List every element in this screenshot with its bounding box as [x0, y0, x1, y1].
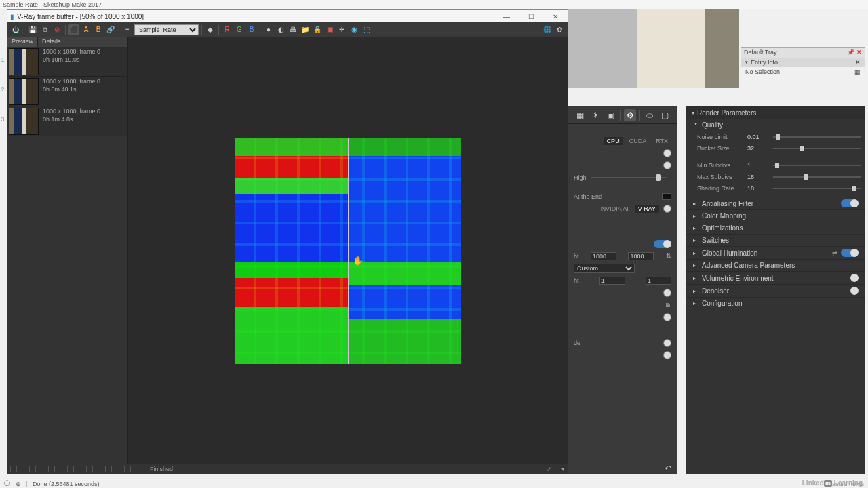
channel-dropdown[interactable]: Sample_Rate: [134, 24, 199, 35]
rgb-icon[interactable]: ◆: [205, 24, 216, 35]
undo-icon[interactable]: ↶: [665, 464, 671, 473]
channel-a-icon[interactable]: A: [81, 24, 92, 35]
expand-icon[interactable]: ⤢: [547, 466, 552, 472]
min-subdivs-value[interactable]: 1: [747, 162, 769, 169]
minimize-button[interactable]: —: [497, 13, 516, 20]
configuration-section[interactable]: ▸Configuration: [686, 297, 865, 309]
power-icon[interactable]: ⏻: [10, 24, 21, 35]
width-input[interactable]: [591, 252, 616, 260]
chevron-down-icon[interactable]: ▾: [561, 466, 565, 472]
shading-rate-value[interactable]: 18: [747, 185, 769, 192]
clamp-icon[interactable]: ◐: [275, 24, 286, 35]
height-input[interactable]: [628, 252, 654, 260]
sketchup-viewport[interactable]: [568, 9, 739, 88]
mono-icon[interactable]: ●: [263, 24, 274, 35]
preset-select[interactable]: Custom: [574, 264, 635, 273]
info-icon[interactable]: ⓘ: [4, 479, 10, 488]
file-icon[interactable]: 🗎: [665, 302, 671, 308]
ratio-a-input[interactable]: [599, 277, 625, 285]
nvidia-ai-button[interactable]: NVIDIA AI: [598, 205, 632, 213]
ve-toggle[interactable]: [850, 274, 859, 282]
toggle-dot[interactable]: [663, 149, 671, 157]
ab-compare-icon[interactable]: ⬛: [68, 24, 79, 35]
lock-icon[interactable]: 🔒: [312, 24, 323, 35]
preview-tab[interactable]: Preview: [7, 37, 38, 47]
advanced-camera-section[interactable]: ▸Advanced Camera Parameters: [686, 259, 865, 271]
switches-section[interactable]: ▸Switches: [686, 234, 865, 246]
history-item[interactable]: 2 1000 x 1000, frame 0 0h 0m 40.1s: [7, 77, 127, 106]
g-channel-icon[interactable]: G: [234, 24, 245, 35]
toggle-dot[interactable]: [663, 161, 671, 169]
antialiasing-section[interactable]: ▸Antialiasing Filter: [686, 197, 865, 209]
tray-close-icon[interactable]: ✕: [856, 49, 862, 56]
quality-section[interactable]: ▸Quality: [686, 119, 865, 131]
gi-options-icon[interactable]: ⇄: [832, 249, 837, 256]
global-illumination-section[interactable]: ▸Global Illumination ⇄: [686, 246, 865, 259]
toggle-dot[interactable]: [663, 339, 671, 347]
max-subdivs-slider[interactable]: [773, 176, 861, 178]
bucket-size-slider[interactable]: [773, 148, 861, 149]
hamburger-icon[interactable]: ≡: [122, 24, 133, 35]
delete-icon[interactable]: ⊘: [52, 24, 62, 35]
settings-tab-icon[interactable]: ⚙: [624, 109, 636, 121]
frame-tab-icon[interactable]: ▢: [659, 109, 671, 121]
swatch[interactable]: [662, 193, 671, 200]
vray-denoise-button[interactable]: V-RAY: [635, 205, 659, 213]
materials-tab-icon[interactable]: ▦: [574, 109, 586, 121]
tray-pin-icon[interactable]: 📌: [847, 49, 854, 56]
min-subdivs-slider[interactable]: [773, 165, 861, 166]
tray-close-icon[interactable]: ✕: [855, 59, 861, 66]
pick-icon[interactable]: ◉: [349, 24, 359, 35]
print-icon[interactable]: 🖶: [288, 24, 298, 35]
history-item[interactable]: 3 1000 x 1000, frame 0 0h 1m 4.8s: [7, 106, 127, 136]
gi-toggle[interactable]: [841, 249, 859, 257]
toggle-dot[interactable]: [663, 313, 671, 321]
max-subdivs-value[interactable]: 18: [747, 174, 769, 180]
copy-icon[interactable]: ⧉: [39, 24, 50, 35]
save-icon[interactable]: 💾: [27, 24, 38, 35]
toggle-dot[interactable]: [663, 289, 671, 297]
history-item[interactable]: 1 1000 x 1000, frame 0 0h 10m 19.0s: [7, 47, 127, 77]
toggle[interactable]: [654, 240, 671, 248]
shading-rate-slider[interactable]: [773, 188, 861, 189]
noise-limit-value[interactable]: 0.01: [747, 134, 769, 140]
optimizations-section[interactable]: ▸Optimizations: [686, 222, 865, 234]
lights-tab-icon[interactable]: ☀: [589, 109, 601, 121]
aa-toggle[interactable]: [841, 199, 859, 207]
vfb-viewport[interactable]: ✋: [128, 37, 568, 464]
region-icon[interactable]: ▣: [324, 24, 335, 35]
tray-section-entity-info[interactable]: ▾ Entity Info ✕: [741, 58, 865, 67]
denoiser-toggle[interactable]: [850, 287, 859, 295]
toggle-dot[interactable]: [663, 351, 671, 359]
ratio-b-input[interactable]: [646, 277, 671, 285]
channel-b-icon[interactable]: B: [93, 24, 104, 35]
r-channel-icon[interactable]: R: [222, 24, 233, 35]
details-tab[interactable]: Details: [38, 37, 127, 47]
lock-aspect-icon[interactable]: ⇅: [666, 253, 671, 260]
toggle-dot[interactable]: [663, 205, 671, 213]
noise-limit-slider[interactable]: [773, 136, 861, 138]
compare-h-icon[interactable]: ⬚: [361, 24, 372, 35]
quality-slider[interactable]: [591, 177, 667, 178]
settings-gear-icon[interactable]: ✿: [554, 24, 565, 35]
target-icon[interactable]: ✛: [336, 24, 347, 35]
b-channel-icon[interactable]: B: [246, 24, 257, 35]
link-icon[interactable]: 🔗: [105, 24, 116, 35]
folder-icon[interactable]: 📁: [300, 24, 311, 35]
vfb-titlebar[interactable]: ▮ V-Ray frame buffer - [50% of 1000 x 10…: [7, 10, 568, 22]
bucket-size-value[interactable]: 32: [747, 145, 769, 152]
ab-slider[interactable]: [348, 138, 349, 364]
maximize-button[interactable]: ☐: [521, 13, 540, 20]
volumetric-env-section[interactable]: ▸Volumetric Environment: [686, 271, 865, 284]
cuda-button[interactable]: CUDA: [626, 137, 650, 145]
geometry-tab-icon[interactable]: ▣: [605, 109, 617, 121]
denoiser-section[interactable]: ▸Denoiser: [686, 284, 865, 297]
cpu-button[interactable]: CPU: [604, 137, 623, 145]
close-button[interactable]: ✕: [546, 13, 565, 20]
rtx-button[interactable]: RTX: [652, 137, 671, 145]
help-icon[interactable]: ⊕: [16, 481, 21, 487]
render-tab-icon[interactable]: ⬭: [644, 109, 656, 121]
globe-icon[interactable]: 🌐: [542, 24, 553, 35]
color-mapping-section[interactable]: ▸Color Mapping: [686, 209, 865, 222]
info-icon[interactable]: ▦: [854, 68, 861, 75]
